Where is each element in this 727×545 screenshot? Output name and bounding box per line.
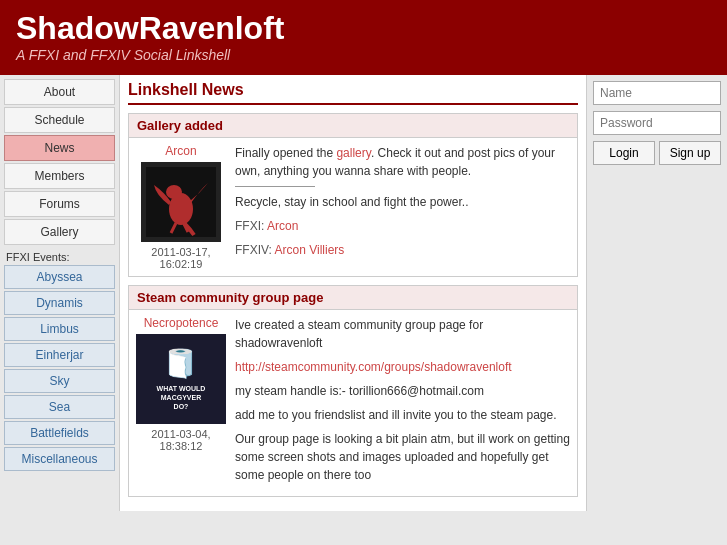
news-author-2: Necropotence xyxy=(135,316,227,330)
sidebar-item-einherjar[interactable]: Einherjar xyxy=(4,343,115,367)
site-header: ShadowRavenloft A FFXI and FFXIV Social … xyxy=(0,0,727,75)
signup-button[interactable]: Sign up xyxy=(659,141,721,165)
news-item-body-steam: Necropotence 🧻 WHAT WOULDMACGYVERDO? 201… xyxy=(129,310,577,496)
news-item-gallery: Gallery added Arcon xyxy=(128,113,578,277)
ffxiv-label: FFXIV: xyxy=(235,243,275,257)
avatar-image-1 xyxy=(141,162,221,242)
ffxi-link-arcon[interactable]: Arcon xyxy=(267,219,298,233)
sidebar-item-about[interactable]: About xyxy=(4,79,115,105)
name-input[interactable] xyxy=(593,81,721,105)
news-avatar-col-1: Arcon xyxy=(135,144,235,270)
news-timestamp-1: 2011-03-17, 16:02:19 xyxy=(135,246,227,270)
sidebar-item-limbus[interactable]: Limbus xyxy=(4,317,115,341)
news-avatar-col-2: Necropotence 🧻 WHAT WOULDMACGYVERDO? 201… xyxy=(135,316,235,490)
login-button-row: Login Sign up xyxy=(593,141,721,165)
sidebar-item-forums[interactable]: Forums xyxy=(4,191,115,217)
news-text-1: Finally opened the gallery. Check it out… xyxy=(235,144,571,270)
gallery-link[interactable]: gallery xyxy=(336,146,370,160)
svg-point-2 xyxy=(166,185,182,199)
news-item-body-gallery: Arcon xyxy=(129,138,577,276)
sidebar-item-battlefields[interactable]: Battlefields xyxy=(4,421,115,445)
main-layout: About Schedule News Members Forums Galle… xyxy=(0,75,727,511)
sidebar-item-dynamis[interactable]: Dynamis xyxy=(4,291,115,315)
site-subtitle: A FFXI and FFXIV Social Linkshell xyxy=(16,47,711,63)
sidebar-item-abyssea[interactable]: Abyssea xyxy=(4,265,115,289)
ffxiv-link-arcon[interactable]: Arcon Villiers xyxy=(275,243,345,257)
news-divider-1 xyxy=(235,186,315,187)
steam-url-link[interactable]: http://steamcommunity.com/groups/shadowr… xyxy=(235,360,512,374)
login-button[interactable]: Login xyxy=(593,141,655,165)
page-title: Linkshell News xyxy=(128,81,578,105)
right-panel: Login Sign up xyxy=(587,75,727,511)
news-item-title-gallery: Gallery added xyxy=(129,114,577,138)
password-input[interactable] xyxy=(593,111,721,135)
sidebar-item-gallery[interactable]: Gallery xyxy=(4,219,115,245)
content-area: Linkshell News Gallery added Arcon xyxy=(120,75,587,511)
sidebar-item-sky[interactable]: Sky xyxy=(4,369,115,393)
events-label: FFXI Events: xyxy=(4,251,115,263)
news-author-1: Arcon xyxy=(135,144,227,158)
avatar-image-2: 🧻 WHAT WOULDMACGYVERDO? xyxy=(136,334,226,424)
news-timestamp-2: 2011-03-04, 18:38:12 xyxy=(135,428,227,452)
news-item-title-steam: Steam community group page xyxy=(129,286,577,310)
site-title: ShadowRavenloft xyxy=(16,10,711,47)
sidebar-item-sea[interactable]: Sea xyxy=(4,395,115,419)
sidebar-item-schedule[interactable]: Schedule xyxy=(4,107,115,133)
sidebar-item-news[interactable]: News xyxy=(4,135,115,161)
sidebar: About Schedule News Members Forums Galle… xyxy=(0,75,120,511)
sidebar-item-members[interactable]: Members xyxy=(4,163,115,189)
ffxi-label: FFXI: xyxy=(235,219,267,233)
news-text-2: Ive created a steam community group page… xyxy=(235,316,571,490)
news-item-steam: Steam community group page Necropotence … xyxy=(128,285,578,497)
sidebar-item-miscellaneous[interactable]: Miscellaneous xyxy=(4,447,115,471)
